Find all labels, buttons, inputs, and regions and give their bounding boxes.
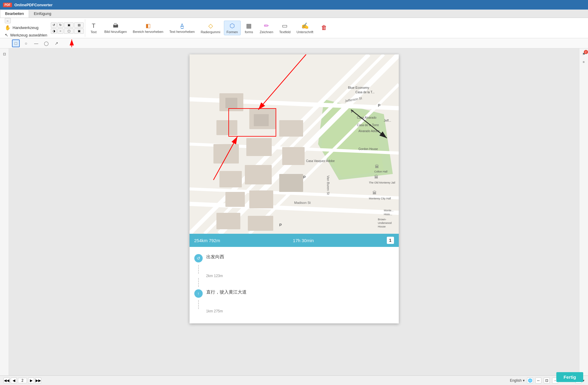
lang-dropdown-icon: ▾ [523, 378, 525, 383]
svg-rect-25 [248, 216, 273, 231]
svg-text:🏛: 🏛 [375, 164, 379, 169]
right-tool-badge[interactable]: ⚑ 2 [581, 51, 587, 57]
fit-width-btn[interactable]: ↔ [535, 378, 541, 384]
app-title: OnlinePDFConverter [14, 3, 53, 7]
svg-text:Brown-: Brown- [378, 218, 387, 221]
formen-icon: ⬡ [230, 22, 235, 29]
tool-formen[interactable]: ⬡ Formen [224, 21, 241, 35]
global-icon[interactable]: 🌐 [527, 378, 533, 384]
tool-forms[interactable]: ▦ forms [242, 21, 256, 35]
view-btn2[interactable]: ▤ [74, 22, 84, 28]
nav-back-btn[interactable]: ← [5, 18, 11, 23]
shape-rect-btn[interactable]: □ [12, 39, 20, 47]
zoom-dark-btn[interactable]: ◑ [51, 28, 57, 34]
layout-btn2[interactable]: ▣ [74, 28, 84, 34]
forms-icon: ▦ [246, 22, 252, 29]
svg-text:P: P [303, 175, 306, 179]
svg-rect-27 [282, 147, 305, 165]
map-container: Jefferson St Blue Economy Casa de la T..… [190, 54, 399, 234]
nav-prev-btn[interactable]: ◀ [11, 378, 17, 384]
direction-meta-2: 1km 275m [206, 309, 394, 313]
shape-circle-btn[interactable]: ○ [22, 39, 30, 47]
menu-bearbeiten[interactable]: Bearbeiten [0, 10, 29, 18]
nav-next-btn[interactable]: ▶ [28, 378, 34, 384]
tool-unterschrift[interactable]: ✍ Unterschrift [294, 21, 316, 35]
svg-text:Underwood: Underwood [378, 221, 392, 224]
svg-rect-24 [249, 190, 273, 208]
svg-rect-28 [279, 174, 303, 192]
svg-text:Madison St: Madison St [294, 201, 311, 204]
svg-text:Colton Hall: Colton Hall [374, 170, 387, 173]
tool-text-herv[interactable]: A̲ Text hervorheben [167, 21, 197, 35]
tool-extra[interactable]: 🗑 [317, 23, 331, 33]
handwerkzeug-row[interactable]: ✋ Handwerkzeug [4, 24, 48, 31]
unterschrift-icon: ✍ [301, 22, 309, 29]
svg-rect-18 [225, 192, 245, 207]
direction-dots-2 [198, 278, 199, 287]
badge-count: 2 [584, 50, 588, 54]
svg-text:Casa Alvarado: Casa Alvarado [357, 116, 376, 119]
shape-toolbar: □ ○ — ◯ ↗ [0, 38, 588, 48]
route-distance: 254km 792m [194, 238, 220, 243]
radiergummi-icon: ◇ [208, 22, 213, 29]
direction-dots-1 [198, 265, 199, 274]
svg-text:Gordon House: Gordon House [358, 147, 378, 151]
bereich-icon: ◧ [146, 22, 151, 29]
werkzeug-row[interactable]: ↖ Werkzeug auswählen [4, 32, 48, 38]
text-herv-icon: A̲ [180, 22, 184, 29]
redo-btn[interactable]: ↻ [57, 22, 63, 28]
page-number-input[interactable] [18, 378, 27, 383]
right-panel: ⚑ 2 ≡ [579, 48, 588, 375]
svg-rect-19 [216, 213, 240, 229]
shape-ellipse-btn[interactable]: ◯ [42, 39, 50, 47]
language-selector[interactable]: English ▾ [510, 378, 525, 383]
bild-icon: 🏔 [113, 23, 118, 29]
tool-text[interactable]: T Text [86, 21, 101, 35]
nav-first-btn[interactable]: ◀◀ [4, 378, 10, 384]
pdf-page: ▣ [190, 54, 399, 323]
tool-bild[interactable]: 🏔 Bild hinzufügen [102, 22, 129, 35]
svg-text:Casa de la T...: Casa de la T... [355, 91, 375, 94]
fertig-button[interactable]: Fertig [556, 372, 583, 382]
route-time: 17h 30min [293, 238, 314, 243]
textfeld-icon: ▭ [282, 22, 288, 29]
zeichnen-icon: ✏ [264, 22, 269, 29]
svg-text:Alvarado Adobe: Alvarado Adobe [358, 129, 380, 133]
tool-textfeld[interactable]: ▭ Textfeld [277, 21, 293, 35]
undo-btn[interactable]: ↺ [51, 22, 57, 28]
svg-rect-26 [279, 120, 303, 137]
shape-line-btn[interactable]: — [32, 39, 40, 47]
right-tool-list[interactable]: ≡ [581, 59, 587, 65]
svg-text:Histo...: Histo... [384, 213, 392, 216]
direction-meta-1: 2km 123m [206, 274, 394, 278]
svg-text:Casa de la Torre: Casa de la Torre [357, 123, 379, 127]
tool-bereich[interactable]: ◧ Bereich hervorheben [130, 21, 166, 35]
left-tool-1[interactable]: ⊡ [1, 51, 8, 57]
shape-arrow-btn[interactable]: ↗ [53, 39, 60, 47]
nav-last-btn[interactable]: ▶▶ [35, 378, 41, 384]
fit-page-btn[interactable]: ⊡ [544, 378, 550, 384]
tool-zeichnen[interactable]: ✏ Zeichnen [257, 21, 276, 35]
svg-text:P: P [351, 109, 354, 114]
view-btn1[interactable]: ▣ [64, 22, 74, 28]
svg-text:The Old Monterey Jail: The Old Monterey Jail [369, 181, 395, 184]
tool-radiergummi[interactable]: ◇ Radiergummi [198, 21, 222, 35]
toolbar-nav-group: ← ✋ Handwerkzeug ↖ Werkzeug auswählen ↺ … [2, 19, 85, 37]
svg-rect-16 [213, 144, 239, 164]
svg-text:Monte...: Monte... [384, 209, 394, 212]
svg-text:Van Buren St: Van Buren St [326, 175, 330, 195]
left-panel: ⊡ [0, 48, 9, 375]
svg-text:🏛: 🏛 [374, 175, 378, 179]
svg-text:House: House [378, 225, 386, 228]
menu-einfugung[interactable]: Einfügung [29, 10, 56, 18]
direction-item-1: ↺ 出发向西 [194, 252, 394, 265]
svg-rect-14 [225, 98, 237, 108]
menu-bar: Bearbeiten Einfügung [0, 10, 588, 18]
route-number: 1 [387, 237, 394, 244]
svg-text:Casa Vasquez Adobe: Casa Vasquez Adobe [306, 159, 335, 163]
direction-icon-1: ↺ [194, 254, 203, 262]
svg-text:P: P [378, 103, 381, 108]
zoom-light-btn[interactable]: ○ [57, 28, 63, 34]
layout-btn1[interactable]: ▢ [64, 28, 74, 34]
direction-item-2: ↑ 直行，驶入黄江大道 [194, 287, 394, 300]
